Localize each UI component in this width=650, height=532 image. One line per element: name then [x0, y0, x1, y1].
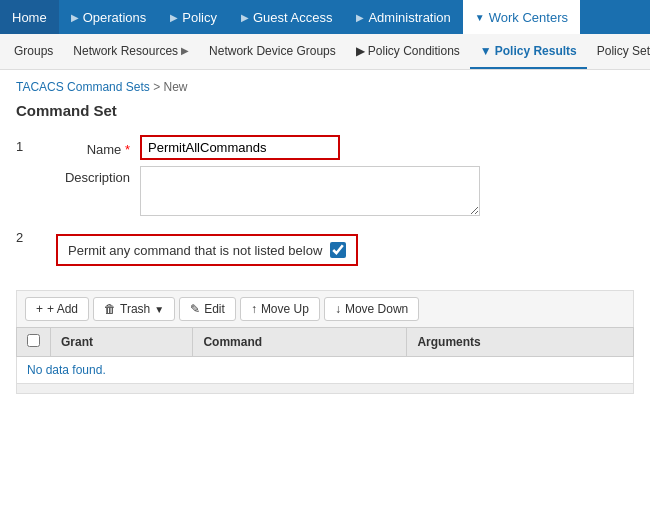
breadcrumb: TACACS Command Sets > New — [16, 80, 634, 94]
nav-policy-label: Policy — [182, 10, 217, 25]
sec-nav-ndg-label: Network Device Groups — [209, 44, 336, 58]
nav-policy[interactable]: ▶ Policy — [158, 0, 229, 34]
page-title: Command Set — [16, 102, 634, 119]
trash-button[interactable]: 🗑 Trash ▼ — [93, 297, 175, 321]
breadcrumb-separator: > — [153, 80, 163, 94]
move-down-icon: ↓ — [335, 302, 341, 316]
move-down-button[interactable]: ↓ Move Down — [324, 297, 419, 321]
nav-operations-label: Operations — [83, 10, 147, 25]
sec-nav-pc-arrow: ▶ — [356, 44, 365, 58]
add-button[interactable]: + + Add — [25, 297, 89, 321]
secondary-navigation: Groups Network Resources ▶ Network Devic… — [0, 34, 650, 70]
add-label: + Add — [47, 302, 78, 316]
edit-button[interactable]: ✎ Edit — [179, 297, 236, 321]
description-input[interactable] — [140, 166, 480, 216]
nav-guest-access[interactable]: ▶ Guest Access — [229, 0, 344, 34]
no-data-row: No data found. — [17, 357, 634, 384]
th-command: Command — [193, 328, 407, 357]
select-all-checkbox[interactable] — [27, 334, 40, 347]
nav-home[interactable]: Home — [0, 0, 59, 34]
permit-label: Permit any command that is not listed be… — [68, 243, 322, 258]
step2-section: 2 Permit any command that is not listed … — [16, 226, 634, 282]
top-navigation: Home ▶ Operations ▶ Policy ▶ Guest Acces… — [0, 0, 650, 34]
nav-work-centers[interactable]: ▼ Work Centers — [463, 0, 580, 34]
nav-admin-label: Administration — [368, 10, 450, 25]
sec-nav-policy-sets[interactable]: Policy Sets — [587, 34, 650, 69]
nav-policy-arrow: ▶ — [170, 12, 178, 23]
nav-admin-arrow: ▶ — [356, 12, 364, 23]
sec-nav-network-device-groups[interactable]: Network Device Groups — [199, 34, 346, 69]
nav-administration[interactable]: ▶ Administration — [344, 0, 462, 34]
nav-wc-arrow: ▼ — [475, 12, 485, 23]
edit-label: Edit — [204, 302, 225, 316]
nav-wc-label: Work Centers — [489, 10, 568, 25]
nav-operations-arrow: ▶ — [71, 12, 79, 23]
trash-icon: 🗑 — [104, 302, 116, 316]
name-input[interactable] — [140, 135, 340, 160]
th-arguments: Arguments — [407, 328, 634, 357]
permit-row: Permit any command that is not listed be… — [56, 234, 358, 266]
step2-number: 2 — [16, 226, 32, 245]
edit-icon: ✎ — [190, 302, 200, 316]
nav-operations[interactable]: ▶ Operations — [59, 0, 159, 34]
sec-nav-groups-label: Groups — [14, 44, 53, 58]
nav-guest-arrow: ▶ — [241, 12, 249, 23]
sec-nav-network-resources[interactable]: Network Resources ▶ — [63, 34, 199, 69]
sec-nav-nr-arrow: ▶ — [181, 45, 189, 56]
name-field-row: Name * — [40, 135, 340, 160]
sec-nav-policy-conditions[interactable]: ▶ Policy Conditions — [346, 34, 470, 69]
step1-section: 1 Name * — [16, 135, 634, 160]
move-up-label: Move Up — [261, 302, 309, 316]
permit-checkbox[interactable] — [330, 242, 346, 258]
description-row: Description — [16, 166, 634, 216]
main-content: TACACS Command Sets > New Command Set 1 … — [0, 70, 650, 404]
name-label: Name * — [40, 138, 140, 157]
nav-guest-label: Guest Access — [253, 10, 332, 25]
trash-dropdown-arrow: ▼ — [154, 304, 164, 315]
sec-nav-pr-arrow: ▼ — [480, 44, 492, 58]
nav-home-label: Home — [12, 10, 47, 25]
sec-nav-nr-label: Network Resources — [73, 44, 178, 58]
step1-number: 1 — [16, 135, 32, 154]
add-icon: + — [36, 302, 43, 316]
trash-label: Trash — [120, 302, 150, 316]
desc-label: Description — [40, 166, 140, 185]
toolbar: + + Add 🗑 Trash ▼ ✎ Edit ↑ Move Up ↓ Mov… — [16, 290, 634, 327]
move-down-label: Move Down — [345, 302, 408, 316]
th-checkbox — [17, 328, 51, 357]
sec-nav-policy-results[interactable]: ▼ Policy Results — [470, 34, 587, 69]
move-up-icon: ↑ — [251, 302, 257, 316]
move-up-button[interactable]: ↑ Move Up — [240, 297, 320, 321]
sec-nav-ps-label: Policy Sets — [597, 44, 650, 58]
data-table: Grant Command Arguments No data found. — [16, 327, 634, 384]
th-grant: Grant — [51, 328, 193, 357]
breadcrumb-link[interactable]: TACACS Command Sets — [16, 80, 150, 94]
no-data-message: No data found. — [27, 363, 106, 377]
breadcrumb-current: New — [164, 80, 188, 94]
sec-nav-pr-label: Policy Results — [495, 44, 577, 58]
sec-nav-groups[interactable]: Groups — [4, 34, 63, 69]
sec-nav-pc-label: Policy Conditions — [368, 44, 460, 58]
scroll-bar[interactable] — [16, 384, 634, 394]
